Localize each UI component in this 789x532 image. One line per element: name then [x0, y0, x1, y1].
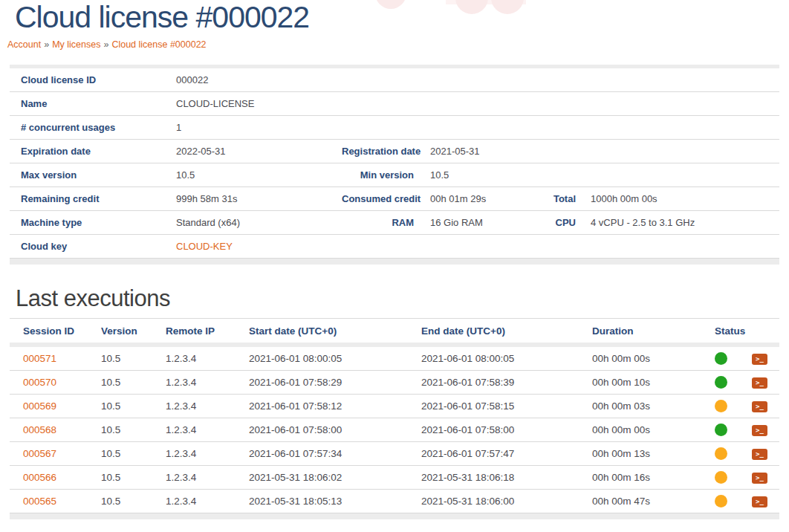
execution-row: 000565 10.5 1.2.3.4 2021-05-31 18:05:13 … — [10, 490, 779, 513]
remote-ip-cell: 1.2.3.4 — [152, 448, 236, 459]
terminal-icon[interactable]: >_ — [752, 496, 767, 507]
column-header-duration: Duration — [579, 325, 701, 337]
start-date-cell: 2021-06-01 07:57:34 — [236, 448, 408, 459]
detail-row-name: Name CLOUD-LICENSE — [10, 92, 779, 116]
end-date-cell: 2021-05-31 18:06:18 — [408, 472, 579, 483]
status-dot-icon — [715, 400, 727, 412]
breadcrumb-link-cloud-license[interactable]: Cloud license #000022 — [111, 39, 206, 50]
column-header-start-date: Start date (UTC+0) — [236, 325, 408, 337]
session-id-link[interactable]: 000569 — [23, 400, 56, 412]
detail-label: Max version — [10, 169, 176, 181]
detail-label: Cloud license ID — [10, 74, 176, 85]
version-cell: 10.5 — [88, 424, 152, 435]
detail-value: 00h 01m 29s — [414, 193, 515, 204]
end-date-cell: 2021-06-01 07:58:39 — [408, 377, 579, 388]
detail-row-concurrent-usages: # concurrent usages 1 — [10, 116, 779, 140]
terminal-icon[interactable]: >_ — [752, 425, 767, 436]
end-date-cell: 2021-05-31 18:06:00 — [408, 496, 579, 507]
execution-row: 000571 10.5 1.2.3.4 2021-06-01 08:00:05 … — [10, 347, 779, 371]
terminal-icon[interactable]: >_ — [752, 449, 767, 460]
terminal-icon[interactable]: >_ — [752, 473, 767, 484]
breadcrumb-separator: » — [44, 39, 49, 50]
column-header-version: Version — [88, 325, 152, 337]
breadcrumb-link-account[interactable]: Account — [7, 39, 41, 50]
detail-value: 4 vCPU - 2.5 to 3.1 GHz — [576, 217, 779, 228]
duration-cell: 00h 00m 47s — [579, 496, 701, 507]
execution-row: 000567 10.5 1.2.3.4 2021-06-01 07:57:34 … — [10, 442, 779, 466]
detail-row-cloud-license-id: Cloud license ID 000022 — [10, 68, 779, 92]
detail-row-cloud-key: Cloud key CLOUD-KEY — [10, 235, 779, 259]
column-header-session-id: Session ID — [10, 325, 88, 337]
column-header-status: Status — [701, 325, 752, 337]
start-date-cell: 2021-05-31 18:05:13 — [236, 496, 408, 507]
breadcrumb: Account»My licenses»Cloud license #00002… — [0, 33, 789, 50]
end-date-cell: 2021-06-01 07:57:47 — [408, 448, 579, 459]
end-date-cell: 2021-06-01 08:00:05 — [408, 353, 579, 364]
remote-ip-cell: 1.2.3.4 — [152, 353, 236, 364]
detail-value: 2021-05-31 — [414, 146, 515, 157]
detail-row-dates: Expiration date 2022-05-31 Registration … — [10, 140, 779, 163]
remote-ip-cell: 1.2.3.4 — [152, 400, 236, 412]
duration-cell: 00h 00m 03s — [579, 400, 701, 412]
terminal-icon[interactable]: >_ — [752, 401, 767, 412]
session-id-link[interactable]: 000565 — [23, 496, 56, 507]
detail-value: 1 — [176, 122, 342, 133]
status-dot-icon — [715, 471, 727, 484]
duration-cell: 00h 00m 10s — [579, 377, 701, 388]
status-dot-icon — [715, 424, 727, 436]
executions-table: Session ID Version Remote IP Start date … — [10, 318, 779, 519]
cloud-key-link[interactable]: CLOUD-KEY — [176, 241, 233, 252]
duration-cell: 00h 00m 00s — [579, 353, 701, 364]
detail-label: Cloud key — [10, 241, 176, 252]
status-dot-icon — [715, 495, 727, 507]
duration-cell: 00h 00m 16s — [579, 472, 701, 483]
terminal-icon[interactable]: >_ — [752, 354, 767, 365]
detail-value: 10.5 — [176, 169, 342, 181]
execution-row: 000568 10.5 1.2.3.4 2021-06-01 07:58:00 … — [10, 418, 779, 442]
detail-value: Standard (x64) — [176, 217, 342, 228]
session-id-link[interactable]: 000567 — [23, 448, 56, 459]
detail-label: Remaining credit — [10, 193, 176, 204]
status-dot-icon — [715, 376, 727, 389]
detail-label: Total — [515, 193, 576, 204]
start-date-cell: 2021-06-01 07:58:12 — [236, 400, 408, 412]
execution-row: 000570 10.5 1.2.3.4 2021-06-01 07:58:29 … — [10, 371, 779, 395]
detail-value: 000022 — [176, 74, 342, 85]
start-date-cell: 2021-06-01 08:00:05 — [236, 353, 408, 364]
session-id-link[interactable]: 000568 — [23, 424, 56, 435]
version-cell: 10.5 — [88, 353, 152, 364]
session-id-link[interactable]: 000566 — [23, 472, 56, 483]
execution-row: 000566 10.5 1.2.3.4 2021-05-31 18:06:02 … — [10, 466, 779, 490]
duration-cell: 00h 00m 13s — [579, 448, 701, 459]
terminal-icon[interactable]: >_ — [752, 377, 767, 389]
detail-label: Name — [10, 98, 176, 109]
version-cell: 10.5 — [88, 496, 152, 507]
status-dot-icon — [715, 352, 727, 365]
duration-cell: 00h 00m 00s — [579, 424, 701, 435]
session-id-link[interactable]: 000571 — [23, 353, 56, 364]
breadcrumb-link-my-licenses[interactable]: My licenses — [52, 39, 100, 50]
detail-label: RAM — [342, 217, 414, 228]
version-cell: 10.5 — [88, 448, 152, 459]
detail-label: Consumed credit — [342, 193, 414, 204]
detail-label: Expiration date — [10, 146, 176, 157]
page-title: Cloud license #000022 — [0, 0, 789, 33]
remote-ip-cell: 1.2.3.4 — [152, 377, 236, 388]
start-date-cell: 2021-06-01 07:58:29 — [236, 377, 408, 388]
detail-value: 16 Gio RAM — [414, 217, 515, 228]
detail-label: Machine type — [10, 217, 176, 228]
detail-row-machine: Machine type Standard (x64) RAM 16 Gio R… — [10, 211, 779, 235]
execution-row: 000569 10.5 1.2.3.4 2021-06-01 07:58:12 … — [10, 395, 779, 418]
status-dot-icon — [715, 447, 727, 460]
detail-row-versions: Max version 10.5 Min version 10.5 — [10, 163, 779, 187]
breadcrumb-separator: » — [103, 39, 108, 50]
session-id-link[interactable]: 000570 — [23, 377, 56, 388]
remote-ip-cell: 1.2.3.4 — [152, 496, 236, 507]
executions-heading: Last executions — [16, 285, 789, 312]
column-header-end-date: End date (UTC+0) — [408, 325, 579, 337]
column-header-remote-ip: Remote IP — [152, 325, 236, 337]
details-bottom-bar — [10, 259, 779, 265]
end-date-cell: 2021-06-01 07:58:15 — [408, 400, 579, 412]
end-date-cell: 2021-06-01 07:58:00 — [408, 424, 579, 435]
detail-value: 1000h 00m 00s — [576, 193, 779, 204]
